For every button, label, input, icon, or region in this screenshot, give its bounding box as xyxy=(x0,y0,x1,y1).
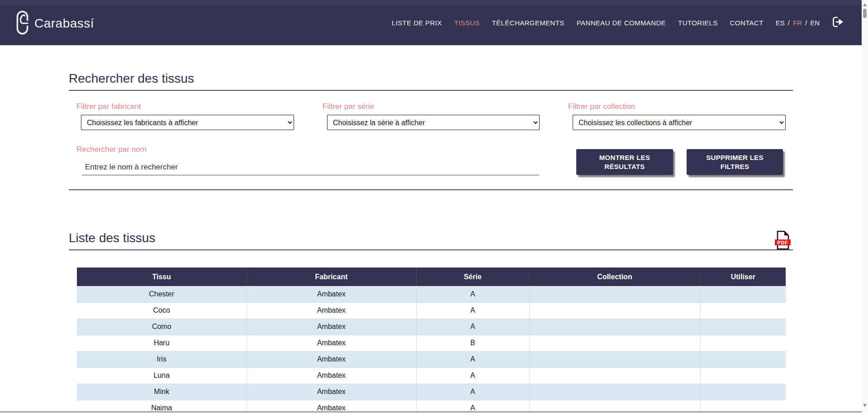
table-cell xyxy=(529,384,700,400)
list-title-divider xyxy=(69,249,793,250)
pdf-badge-text: PDF xyxy=(778,240,788,245)
table-cell: A xyxy=(416,286,529,302)
table-cell: Iris xyxy=(77,351,247,367)
table-cell xyxy=(700,335,786,351)
table-cell: A xyxy=(416,367,529,384)
search-section-title: Rechercher des tissus xyxy=(69,71,194,86)
export-pdf-icon[interactable]: PDF xyxy=(774,230,791,252)
nav-item-tissus[interactable]: TISSUS xyxy=(454,19,480,27)
collection-filter-label: Filtrer par collection xyxy=(568,102,635,111)
table-cell: Ambatex xyxy=(247,367,416,384)
scrollbar-up-arrow-icon[interactable] xyxy=(863,3,867,6)
nav-item-t-l-chargements[interactable]: TÉLÉCHARGEMENTS xyxy=(492,19,564,27)
list-section-title: Liste des tissus xyxy=(69,231,155,245)
table-row: ChesterAmbatexA xyxy=(77,286,786,302)
table-cell: Luna xyxy=(77,367,247,384)
table-cell: Haru xyxy=(77,335,247,351)
table-row: CocoAmbatexA xyxy=(77,302,786,319)
table-cell xyxy=(700,367,786,384)
fabric-table-body: ChesterAmbatexACocoAmbatexAComoAmbatexAH… xyxy=(77,286,786,413)
table-cell: B xyxy=(416,335,529,351)
brand[interactable]: Carabassí xyxy=(16,10,94,37)
table-cell xyxy=(529,351,700,367)
language-switcher: ES / FR / EN xyxy=(776,19,820,27)
table-cell: Ambatex xyxy=(247,384,416,400)
search-title-divider xyxy=(69,90,793,91)
table-cell: A xyxy=(416,302,529,319)
name-search-input[interactable] xyxy=(82,159,539,175)
lang-en[interactable]: EN xyxy=(810,19,820,27)
table-row: ComoAmbatexA xyxy=(77,319,786,335)
table-cell xyxy=(700,302,786,319)
table-cell xyxy=(529,286,700,302)
table-cell xyxy=(700,351,786,367)
table-row: IrisAmbatexA xyxy=(77,351,786,367)
scrollbar-thumb[interactable] xyxy=(863,9,867,18)
section-divider xyxy=(69,189,793,190)
clear-filters-button[interactable]: SUPPRIMER LES FILTRES xyxy=(687,149,783,175)
table-cell: Ambatex xyxy=(247,319,416,335)
table-cell xyxy=(529,335,700,351)
brand-name: Carabassí xyxy=(34,16,94,31)
fabric-table-header: Tissu Fabricant Série Collection Utilise… xyxy=(77,268,786,286)
lang-es[interactable]: ES xyxy=(776,19,785,27)
table-cell: Ambatex xyxy=(247,335,416,351)
table-cell xyxy=(700,286,786,302)
logout-button[interactable] xyxy=(832,16,844,29)
fabricant-select[interactable]: Choisissez les fabricants à afficher xyxy=(81,115,294,130)
table-cell: A xyxy=(416,351,529,367)
nav-item-liste-de-prix[interactable]: LISTE DE PRIX xyxy=(392,19,442,27)
table-row: LunaAmbatexA xyxy=(77,367,786,384)
col-header-serie: Série xyxy=(416,268,529,286)
table-cell: Mink xyxy=(77,384,247,400)
window-bottom-edge xyxy=(0,411,862,413)
col-header-tissu: Tissu xyxy=(77,268,247,286)
table-cell: Chester xyxy=(77,286,247,302)
table-cell xyxy=(529,319,700,335)
scrollbar-down-arrow-icon[interactable] xyxy=(863,404,867,407)
logout-icon xyxy=(832,16,844,29)
col-header-fabricant: Fabricant xyxy=(247,268,416,286)
nav-item-panneau-de-commande[interactable]: PANNEAU DE COMMANDE xyxy=(577,19,666,27)
brand-logo-icon xyxy=(16,10,28,37)
table-cell xyxy=(529,367,700,384)
collection-select[interactable]: Choisissez les collections à afficher xyxy=(573,115,786,130)
table-cell: A xyxy=(416,384,529,400)
table-cell: Ambatex xyxy=(247,302,416,319)
nav-item-contact[interactable]: CONTACT xyxy=(730,19,764,27)
main-nav: LISTE DE PRIXTISSUSTÉLÉCHARGEMENTSPANNEA… xyxy=(392,0,844,45)
nav-item-tutoriels[interactable]: TUTORIELS xyxy=(678,19,718,27)
table-row: HaruAmbatexB xyxy=(77,335,786,351)
table-cell xyxy=(700,319,786,335)
table-cell: Coco xyxy=(77,302,247,319)
name-search-label: Rechercher par nom xyxy=(76,145,147,154)
table-cell xyxy=(700,384,786,400)
table-cell: Como xyxy=(77,319,247,335)
fabricant-filter-label: Filtrer par fabricant xyxy=(76,102,141,111)
table-cell: Ambatex xyxy=(247,286,416,302)
table-cell: A xyxy=(416,319,529,335)
table-row: MinkAmbatexA xyxy=(77,384,786,400)
show-results-button[interactable]: MONTRER LES RÉSULTATS xyxy=(576,149,673,175)
col-header-collection: Collection xyxy=(529,268,700,286)
lang-separator: / xyxy=(805,19,807,27)
vertical-scrollbar[interactable] xyxy=(862,0,868,413)
serie-filter-label: Filtrer par série xyxy=(323,102,374,111)
col-header-utiliser: Utiliser xyxy=(700,268,786,286)
lang-fr[interactable]: FR xyxy=(793,19,802,27)
table-cell xyxy=(529,302,700,319)
table-cell: Ambatex xyxy=(247,351,416,367)
lang-separator: / xyxy=(788,19,790,27)
serie-select[interactable]: Choisissez la série à afficher xyxy=(327,115,540,130)
fabric-table: Tissu Fabricant Série Collection Utilise… xyxy=(77,268,786,413)
top-navbar: Carabassí LISTE DE PRIXTISSUSTÉLÉCHARGEM… xyxy=(0,0,862,45)
